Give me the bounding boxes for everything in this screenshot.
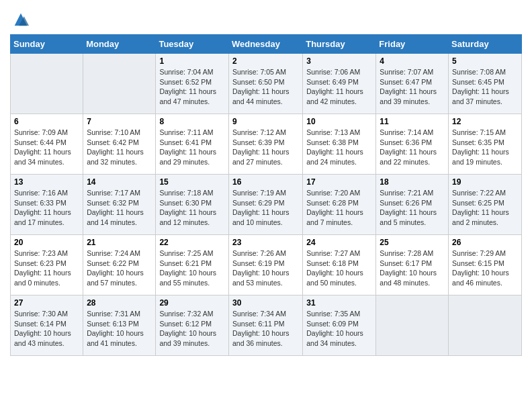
column-header-monday: Monday (83, 35, 156, 54)
day-info: Sunrise: 7:28 AM Sunset: 6:17 PM Dayligh… (380, 248, 445, 288)
calendar-cell: 5Sunrise: 7:08 AM Sunset: 6:45 PM Daylig… (449, 54, 522, 114)
day-info: Sunrise: 7:23 AM Sunset: 6:23 PM Dayligh… (14, 248, 79, 288)
column-header-friday: Friday (376, 35, 449, 54)
day-info: Sunrise: 7:13 AM Sunset: 6:38 PM Dayligh… (306, 128, 372, 167)
day-info: Sunrise: 7:21 AM Sunset: 6:26 PM Dayligh… (380, 188, 445, 228)
calendar-cell: 3Sunrise: 7:06 AM Sunset: 6:49 PM Daylig… (303, 54, 376, 114)
calendar-cell: 26Sunrise: 7:29 AM Sunset: 6:15 PM Dayli… (449, 235, 522, 295)
day-info: Sunrise: 7:15 AM Sunset: 6:35 PM Dayligh… (452, 128, 518, 167)
day-number: 16 (232, 177, 299, 187)
calendar-cell: 27Sunrise: 7:30 AM Sunset: 6:14 PM Dayli… (11, 295, 83, 356)
calendar-cell: 7Sunrise: 7:10 AM Sunset: 6:42 PM Daylig… (83, 114, 156, 175)
day-number: 28 (87, 298, 152, 308)
day-number: 27 (14, 298, 79, 308)
day-info: Sunrise: 7:06 AM Sunset: 6:49 PM Dayligh… (306, 67, 372, 107)
day-number: 19 (452, 177, 518, 187)
calendar-cell: 11Sunrise: 7:14 AM Sunset: 6:36 PM Dayli… (376, 114, 449, 175)
page-header (10, 7, 522, 29)
calendar-cell (376, 295, 449, 356)
column-header-sunday: Sunday (11, 35, 83, 54)
day-info: Sunrise: 7:17 AM Sunset: 6:32 PM Dayligh… (87, 188, 152, 228)
calendar-cell: 25Sunrise: 7:28 AM Sunset: 6:17 PM Dayli… (376, 235, 449, 295)
calendar-cell: 12Sunrise: 7:15 AM Sunset: 6:35 PM Dayli… (449, 114, 522, 175)
day-number: 11 (380, 117, 445, 126)
calendar-cell: 22Sunrise: 7:25 AM Sunset: 6:21 PM Dayli… (156, 235, 229, 295)
logo-icon (11, 10, 30, 29)
calendar-cell: 17Sunrise: 7:20 AM Sunset: 6:28 PM Dayli… (303, 175, 376, 235)
calendar-cell: 16Sunrise: 7:19 AM Sunset: 6:29 PM Dayli… (228, 175, 302, 235)
day-info: Sunrise: 7:30 AM Sunset: 6:14 PM Dayligh… (14, 309, 79, 349)
column-header-wednesday: Wednesday (228, 35, 302, 54)
day-number: 25 (380, 238, 445, 247)
calendar-cell: 15Sunrise: 7:18 AM Sunset: 6:30 PM Dayli… (156, 175, 229, 235)
day-info: Sunrise: 7:22 AM Sunset: 6:25 PM Dayligh… (452, 188, 518, 228)
calendar-week-row: 1Sunrise: 7:04 AM Sunset: 6:52 PM Daylig… (11, 54, 522, 114)
day-info: Sunrise: 7:18 AM Sunset: 6:30 PM Dayligh… (159, 188, 225, 228)
day-info: Sunrise: 7:24 AM Sunset: 6:22 PM Dayligh… (87, 248, 152, 288)
calendar-cell: 13Sunrise: 7:16 AM Sunset: 6:33 PM Dayli… (11, 175, 83, 235)
calendar-cell: 28Sunrise: 7:31 AM Sunset: 6:13 PM Dayli… (83, 295, 156, 356)
calendar-week-row: 27Sunrise: 7:30 AM Sunset: 6:14 PM Dayli… (11, 295, 522, 356)
day-number: 7 (87, 117, 152, 126)
calendar-cell: 24Sunrise: 7:27 AM Sunset: 6:18 PM Dayli… (303, 235, 376, 295)
day-info: Sunrise: 7:29 AM Sunset: 6:15 PM Dayligh… (452, 248, 518, 288)
day-number: 17 (306, 177, 372, 187)
calendar-cell (11, 54, 83, 114)
calendar-cell: 4Sunrise: 7:07 AM Sunset: 6:47 PM Daylig… (376, 54, 449, 114)
calendar-week-row: 13Sunrise: 7:16 AM Sunset: 6:33 PM Dayli… (11, 175, 522, 235)
day-info: Sunrise: 7:26 AM Sunset: 6:19 PM Dayligh… (232, 248, 299, 288)
day-info: Sunrise: 7:32 AM Sunset: 6:12 PM Dayligh… (159, 309, 225, 349)
day-number: 14 (87, 177, 152, 187)
calendar-cell: 6Sunrise: 7:09 AM Sunset: 6:44 PM Daylig… (11, 114, 83, 175)
day-number: 8 (159, 117, 225, 126)
day-number: 6 (14, 117, 79, 126)
day-number: 15 (159, 177, 225, 187)
day-number: 9 (232, 117, 299, 126)
day-info: Sunrise: 7:31 AM Sunset: 6:13 PM Dayligh… (87, 309, 152, 349)
day-info: Sunrise: 7:20 AM Sunset: 6:28 PM Dayligh… (306, 188, 372, 228)
day-number: 20 (14, 238, 79, 247)
calendar-cell: 14Sunrise: 7:17 AM Sunset: 6:32 PM Dayli… (83, 175, 156, 235)
day-info: Sunrise: 7:12 AM Sunset: 6:39 PM Dayligh… (232, 128, 299, 167)
day-info: Sunrise: 7:09 AM Sunset: 6:44 PM Dayligh… (14, 128, 79, 167)
day-number: 1 (159, 56, 225, 66)
calendar-cell: 29Sunrise: 7:32 AM Sunset: 6:12 PM Dayli… (156, 295, 229, 356)
day-info: Sunrise: 7:19 AM Sunset: 6:29 PM Dayligh… (232, 188, 299, 228)
day-info: Sunrise: 7:35 AM Sunset: 6:09 PM Dayligh… (306, 309, 372, 349)
calendar-cell: 9Sunrise: 7:12 AM Sunset: 6:39 PM Daylig… (228, 114, 302, 175)
day-info: Sunrise: 7:25 AM Sunset: 6:21 PM Dayligh… (159, 248, 225, 288)
calendar-cell: 1Sunrise: 7:04 AM Sunset: 6:52 PM Daylig… (156, 54, 229, 114)
calendar-cell: 10Sunrise: 7:13 AM Sunset: 6:38 PM Dayli… (303, 114, 376, 175)
day-info: Sunrise: 7:05 AM Sunset: 6:50 PM Dayligh… (232, 67, 299, 107)
day-number: 29 (159, 298, 225, 308)
column-header-saturday: Saturday (449, 35, 522, 54)
column-header-tuesday: Tuesday (156, 35, 229, 54)
day-number: 5 (452, 56, 518, 66)
calendar-cell: 21Sunrise: 7:24 AM Sunset: 6:22 PM Dayli… (83, 235, 156, 295)
day-number: 3 (306, 56, 372, 66)
day-info: Sunrise: 7:10 AM Sunset: 6:42 PM Dayligh… (87, 128, 152, 167)
calendar-cell: 2Sunrise: 7:05 AM Sunset: 6:50 PM Daylig… (228, 54, 302, 114)
day-info: Sunrise: 7:07 AM Sunset: 6:47 PM Dayligh… (380, 67, 445, 107)
day-info: Sunrise: 7:11 AM Sunset: 6:41 PM Dayligh… (159, 128, 225, 167)
day-info: Sunrise: 7:14 AM Sunset: 6:36 PM Dayligh… (380, 128, 445, 167)
calendar-cell (83, 54, 156, 114)
calendar-cell: 20Sunrise: 7:23 AM Sunset: 6:23 PM Dayli… (11, 235, 83, 295)
calendar-cell: 8Sunrise: 7:11 AM Sunset: 6:41 PM Daylig… (156, 114, 229, 175)
day-number: 22 (159, 238, 225, 247)
day-number: 21 (87, 238, 152, 247)
day-number: 24 (306, 238, 372, 247)
calendar-week-row: 20Sunrise: 7:23 AM Sunset: 6:23 PM Dayli… (11, 235, 522, 295)
calendar-cell: 30Sunrise: 7:34 AM Sunset: 6:11 PM Dayli… (228, 295, 302, 356)
logo (10, 10, 30, 29)
column-header-thursday: Thursday (303, 35, 376, 54)
day-number: 13 (14, 177, 79, 187)
calendar-cell: 23Sunrise: 7:26 AM Sunset: 6:19 PM Dayli… (228, 235, 302, 295)
day-number: 18 (380, 177, 445, 187)
day-number: 12 (452, 117, 518, 126)
day-info: Sunrise: 7:34 AM Sunset: 6:11 PM Dayligh… (232, 309, 299, 349)
day-number: 30 (232, 298, 299, 308)
day-info: Sunrise: 7:27 AM Sunset: 6:18 PM Dayligh… (306, 248, 372, 288)
day-number: 26 (452, 238, 518, 247)
day-info: Sunrise: 7:16 AM Sunset: 6:33 PM Dayligh… (14, 188, 79, 228)
